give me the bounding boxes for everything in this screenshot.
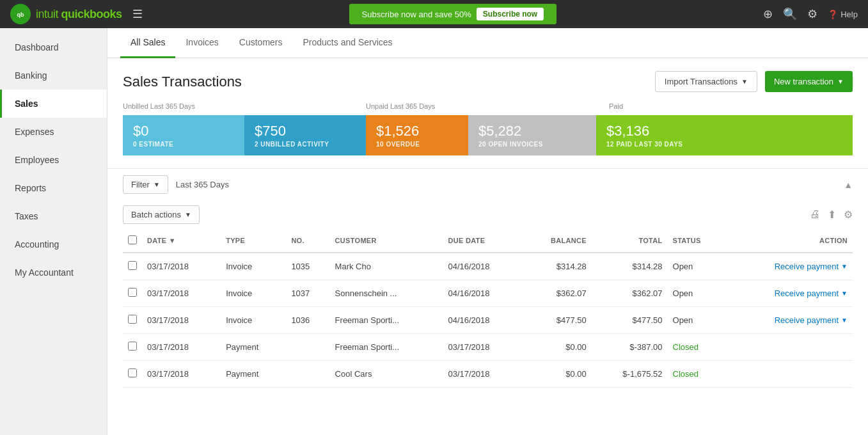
sidebar-item-employees[interactable]: Employees (0, 146, 107, 174)
action-chevron-icon-1: ▼ (841, 290, 848, 297)
row-checkbox-1[interactable] (128, 288, 137, 297)
new-transaction-chevron-icon: ▼ (837, 78, 844, 85)
sidebar-item-my-accountant[interactable]: My Accountant (0, 258, 107, 287)
help-button[interactable]: ❓ Help (828, 10, 858, 19)
tab-customers[interactable]: Customers (229, 28, 293, 58)
logo-text: intuit quickbooks (36, 8, 122, 21)
hamburger-menu[interactable]: ☰ (132, 7, 143, 21)
cell-customer-2: Freeman Sporti... (330, 307, 443, 334)
sidebar-item-accounting[interactable]: Accounting (0, 230, 107, 258)
subscribe-button[interactable]: Subscribe now (477, 8, 544, 20)
collapse-icon[interactable]: ▲ (844, 180, 853, 190)
row-checkbox-2[interactable] (128, 315, 137, 324)
cell-date-0: 03/17/2018 (142, 253, 221, 280)
cell-duedate-2: 04/16/2018 (443, 307, 521, 334)
summary-card-overdue[interactable]: $1,526 10 OVERDUE (366, 115, 468, 155)
col-no[interactable]: NO. (286, 229, 329, 253)
app-layout: Dashboard Banking Sales Expenses Employe… (0, 28, 868, 435)
select-all-checkbox[interactable] (128, 235, 137, 244)
receive-payment-link-1[interactable]: Receive payment ▼ (731, 289, 848, 298)
import-transactions-button[interactable]: Import Transactions ▼ (655, 71, 757, 92)
cell-total-3: $-387.00 (592, 334, 668, 361)
cell-type-3: Payment (221, 334, 286, 361)
receive-payment-link-0[interactable]: Receive payment ▼ (731, 262, 848, 271)
receive-payment-link-2[interactable]: Receive payment ▼ (731, 315, 848, 325)
table-container: DATE ▼ TYPE NO. CUSTOMER (107, 229, 868, 388)
sidebar-item-taxes[interactable]: Taxes (0, 202, 107, 230)
summary-card-estimate[interactable]: $0 0 ESTIMATE (123, 115, 244, 155)
card-overdue-amount: $1,526 (376, 123, 458, 139)
export-icon[interactable]: ⬆ (828, 209, 836, 221)
row-checkbox-3[interactable] (128, 342, 137, 351)
summary-cards: $0 0 ESTIMATE $750 2 UNBILLED ACTIVITY $… (123, 115, 853, 155)
summary-card-paid[interactable]: $3,136 12 PAID LAST 30 DAYS (596, 115, 853, 155)
cell-total-2: $477.50 (592, 307, 668, 334)
card-estimate-amount: $0 (133, 123, 234, 139)
search-icon[interactable]: 🔍 (783, 7, 797, 21)
summary-labels: Unbilled Last 365 Days Unpaid Last 365 D… (123, 102, 853, 113)
unpaid-label: Unpaid Last 365 Days (366, 102, 609, 113)
card-paid-amount: $3,136 (606, 123, 842, 139)
cell-type-1: Invoice (221, 280, 286, 307)
transactions-table: DATE ▼ TYPE NO. CUSTOMER (123, 229, 853, 388)
col-type[interactable]: TYPE (221, 229, 286, 253)
row-checkbox-4[interactable] (128, 368, 137, 377)
filter-chevron-icon: ▼ (154, 181, 160, 188)
card-unbilled-label: 2 UNBILLED ACTIVITY (255, 141, 356, 148)
cell-balance-0: $314.28 (522, 253, 592, 280)
summary-card-unbilled[interactable]: $750 2 UNBILLED ACTIVITY (244, 115, 366, 155)
col-balance[interactable]: BALANCE (522, 229, 592, 253)
sidebar-item-reports[interactable]: Reports (0, 174, 107, 202)
add-icon[interactable]: ⊕ (763, 7, 773, 21)
filter-row: Filter ▼ Last 365 Days ▲ (107, 168, 868, 200)
batch-icons: 🖨 ⬆ ⚙ (810, 209, 853, 221)
cell-action-0: Receive payment ▼ (726, 253, 853, 280)
nav-right: ⊕ 🔍 ⚙ ❓ Help (763, 7, 858, 21)
logo-icon: qb (10, 4, 31, 24)
cell-status-2: Open (668, 307, 726, 334)
col-total[interactable]: TOTAL (592, 229, 668, 253)
cell-balance-3: $0.00 (522, 334, 592, 361)
settings-table-icon[interactable]: ⚙ (844, 209, 853, 221)
logo[interactable]: qb intuit quickbooks (10, 4, 122, 24)
cell-action-1: Receive payment ▼ (726, 280, 853, 307)
page-header: Sales Transactions Import Transactions ▼… (107, 58, 868, 102)
col-customer[interactable]: CUSTOMER (330, 229, 443, 253)
batch-row: Batch actions ▼ 🖨 ⬆ ⚙ (107, 200, 868, 229)
cell-customer-4: Cool Cars (330, 361, 443, 388)
cell-action-2: Receive payment ▼ (726, 307, 853, 334)
summary-card-open-invoices[interactable]: $5,282 20 OPEN INVOICES (468, 115, 596, 155)
cell-duedate-4: 03/17/2018 (443, 361, 521, 388)
cell-action-4 (726, 361, 853, 388)
row-checkbox-0[interactable] (128, 261, 137, 270)
tab-products-services[interactable]: Products and Services (293, 28, 403, 58)
col-due-date[interactable]: DUE DATE (443, 229, 521, 253)
col-status[interactable]: STATUS (668, 229, 726, 253)
table-row: 03/17/2018 Payment Cool Cars 03/17/2018 … (123, 361, 853, 388)
tab-invoices[interactable]: Invoices (175, 28, 228, 58)
print-icon[interactable]: 🖨 (810, 209, 820, 221)
new-transaction-button[interactable]: New transaction ▼ (765, 71, 853, 92)
cell-type-0: Invoice (221, 253, 286, 280)
card-open-invoices-label: 20 OPEN INVOICES (478, 141, 586, 148)
sidebar-item-dashboard[interactable]: Dashboard (0, 33, 107, 61)
cell-date-4: 03/17/2018 (142, 361, 221, 388)
cell-date-2: 03/17/2018 (142, 307, 221, 334)
batch-actions-button[interactable]: Batch actions ▼ (123, 205, 200, 224)
settings-icon[interactable]: ⚙ (807, 7, 817, 21)
card-estimate-label: 0 ESTIMATE (133, 141, 234, 148)
sidebar-item-banking[interactable]: Banking (0, 61, 107, 90)
cell-no-0: 1035 (286, 253, 329, 280)
table-row: 03/17/2018 Payment Freeman Sporti... 03/… (123, 334, 853, 361)
col-date[interactable]: DATE ▼ (142, 229, 221, 253)
table-row: 03/17/2018 Invoice 1035 Mark Cho 04/16/2… (123, 253, 853, 280)
sidebar-item-sales[interactable]: Sales (0, 90, 107, 118)
filter-button[interactable]: Filter ▼ (123, 175, 168, 194)
tab-all-sales[interactable]: All Sales (120, 28, 175, 58)
cell-type-2: Invoice (221, 307, 286, 334)
cell-status-4: Closed (668, 361, 726, 388)
cell-customer-1: Sonnenschein ... (330, 280, 443, 307)
cell-date-1: 03/17/2018 (142, 280, 221, 307)
cell-no-2: 1036 (286, 307, 329, 334)
sidebar-item-expenses[interactable]: Expenses (0, 118, 107, 146)
